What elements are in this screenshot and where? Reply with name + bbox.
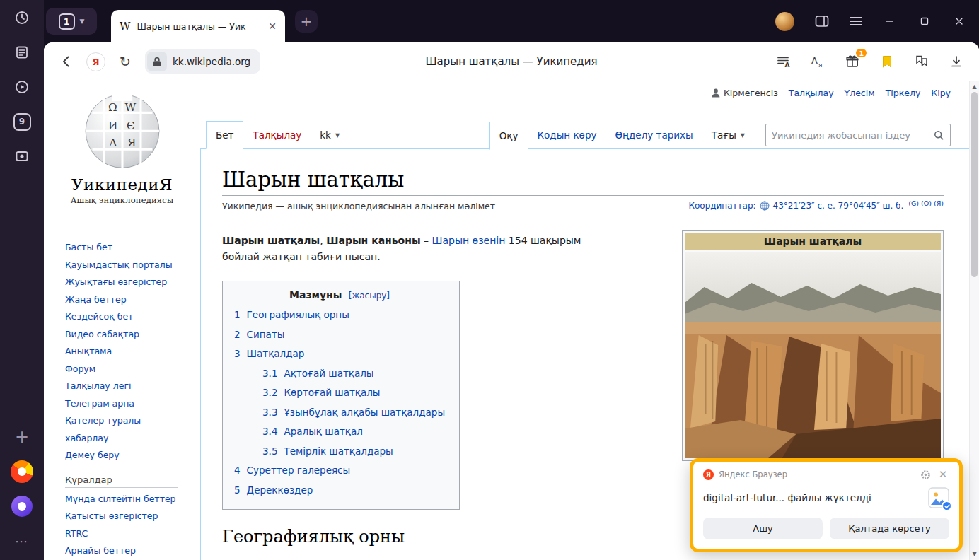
profile-avatar[interactable] — [775, 12, 794, 31]
rail-more-icon[interactable]: ⋯ — [10, 529, 34, 553]
downloaded-file-thumbnail[interactable] — [928, 487, 949, 508]
collections-icon[interactable] — [912, 52, 932, 71]
rewards-gift-icon[interactable]: 1 — [842, 52, 862, 71]
toc-number: 1 — [234, 305, 241, 325]
infobox-canyon-photo[interactable] — [685, 252, 941, 458]
tab-more[interactable]: Тағы▼ — [702, 121, 754, 149]
toc-item[interactable]: 4 Суреттер галереясы — [234, 461, 445, 481]
sidebar-link[interactable]: Кездейсоқ бет — [65, 308, 178, 326]
sidebar-tool-link[interactable]: Қатысты өзгерістер — [65, 508, 178, 525]
chevron-down-icon: ▼ — [80, 18, 85, 25]
window-maximize-button[interactable] — [917, 14, 932, 28]
coordinates-value[interactable]: 43°21′23″ с. е. 79°04′45″ ш. б. — [773, 201, 904, 211]
search-icon[interactable] — [934, 130, 944, 141]
personal-link[interactable]: Кіру — [931, 88, 951, 98]
toc-item[interactable]: 3.5 Темірлік шатқалдары — [234, 442, 445, 462]
toc-item[interactable]: 1 Географиялық орны — [234, 305, 445, 325]
scroll-up-arrow[interactable]: ▲ — [970, 83, 979, 90]
window-minimize-button[interactable] — [883, 14, 897, 28]
back-button[interactable] — [57, 52, 76, 71]
alice-assistant-icon[interactable] — [10, 494, 34, 518]
tab-group-selector[interactable]: 1 ▼ — [46, 8, 97, 35]
sidebar-link[interactable]: Телеграм арна — [65, 395, 178, 413]
scroll-down-arrow[interactable]: ▼ — [970, 551, 979, 557]
window-close-button[interactable] — [952, 14, 966, 28]
tab-strip-right — [775, 12, 966, 31]
bookmark-icon[interactable] — [877, 52, 897, 71]
translate-icon[interactable]: Aя — [808, 52, 828, 71]
history-clock-icon[interactable] — [10, 6, 34, 30]
toc-number: 2 — [234, 325, 241, 345]
toc-item[interactable]: 2 Сипаты — [234, 325, 445, 345]
downloads-icon[interactable] — [946, 52, 966, 71]
tab-read[interactable]: Оқу — [490, 122, 528, 150]
tab-talk[interactable]: Талқылау — [243, 121, 311, 149]
popup-settings-gear-icon[interactable] — [919, 468, 932, 481]
toc-number: 3 — [234, 344, 241, 364]
refresh-button[interactable]: ↻ — [115, 52, 135, 71]
intro-bold-term: Шарын шатқалы — [222, 235, 320, 246]
page-scrollbar[interactable]: ▲ ▼ — [969, 81, 979, 560]
screenshot-icon[interactable] — [10, 144, 34, 168]
yandex-browser-logo[interactable] — [10, 460, 34, 484]
sidebar-link[interactable]: Демеу беру — [65, 447, 178, 465]
popup-close-icon[interactable]: ✕ — [937, 468, 949, 481]
toc-item[interactable]: 3 Шатқалдар — [234, 344, 445, 364]
toc-item[interactable]: 3.1 Ақтоғай шатқалы — [234, 364, 445, 384]
reader-mode-icon[interactable]: A — [773, 52, 793, 71]
river-link[interactable]: Шарын өзенін — [431, 235, 505, 246]
new-tab-button[interactable]: + — [295, 10, 318, 33]
toc-link-label: Шатқалдар — [247, 344, 305, 364]
sidebar-link[interactable]: Қателер туралы хабарлау — [65, 412, 178, 447]
sidebar-link[interactable]: Анықтама — [65, 343, 178, 361]
open-file-button[interactable]: Ашу — [703, 518, 823, 539]
wikipedia-logo[interactable]: Ω W И Є А Я УикипедиЯ Ашық энциклопедияс… — [44, 81, 200, 205]
personal-link[interactable]: Талқылау — [789, 88, 834, 98]
personal-link[interactable]: Үлесім — [845, 88, 875, 98]
tabs-counter-badge[interactable]: 9 — [10, 110, 34, 134]
sidebar-tool-link[interactable]: Арнайы беттер — [65, 542, 178, 560]
svg-text:И: И — [108, 119, 117, 132]
notes-icon[interactable] — [10, 40, 34, 64]
sidebar-link[interactable]: Қауымдастық порталы — [65, 257, 178, 274]
toc-item[interactable]: 3.4 Аралық шатқал — [234, 422, 445, 442]
personal-link[interactable]: Тіркелу — [886, 88, 921, 98]
side-panel-toggle-icon[interactable] — [815, 15, 829, 28]
sidebar-link[interactable]: Жаңа беттер — [65, 291, 178, 309]
coordinates[interactable]: Координаттар: 43°21′23″ с. е. 79°04′45″ … — [688, 201, 944, 211]
coordinates-label[interactable]: Координаттар: — [688, 201, 755, 211]
rail-add-button[interactable]: + — [10, 425, 34, 449]
sidebar-link[interactable]: Видео сабақтар — [65, 326, 178, 344]
tagline-row: Уикипедия — ашық энциклопедиясынан алынғ… — [222, 201, 944, 211]
tab-close-icon[interactable]: ✕ — [268, 21, 277, 32]
toc-hide-toggle[interactable]: [жасыру] — [349, 291, 390, 301]
sidebar-tool-link[interactable]: Мұнда сілтейтін беттер — [65, 491, 178, 508]
site-security-icon[interactable] — [147, 52, 167, 71]
tab-more-label: Тағы — [712, 129, 736, 141]
tab-view-source[interactable]: Кодын көру — [528, 121, 606, 149]
yandex-search-button[interactable]: Я — [86, 52, 105, 71]
page-title-center: Шарын шатқалы — Уикипедия — [426, 55, 598, 68]
coordinates-refs[interactable]: (G) (O) (Я) — [908, 199, 944, 207]
download-message: digital-art-futur... файлы жүктелді — [703, 492, 921, 503]
toc-item[interactable]: 3.3 Ұзынбұлақ алқабы шатқалдары — [234, 403, 445, 423]
video-play-icon[interactable] — [10, 75, 34, 99]
chevron-down-icon: ▼ — [335, 132, 340, 139]
sidebar-link[interactable]: Форум — [65, 361, 178, 378]
scrollbar-thumb[interactable] — [971, 92, 978, 277]
sidebar-link[interactable]: Талқылау легі — [65, 378, 178, 395]
wikipedia-search-input[interactable] — [772, 130, 934, 141]
sidebar-link[interactable]: Басты бет — [65, 239, 178, 257]
address-bar[interactable]: kk.wikipedia.org — [145, 49, 260, 74]
toc-item[interactable]: 5 Дереккөздер — [234, 481, 445, 501]
tab-history[interactable]: Өңделу тарихы — [606, 121, 702, 149]
sidebar-link[interactable]: Жуықтағы өзгерістер — [65, 274, 178, 291]
wikipedia-search-box[interactable] — [765, 124, 951, 146]
tab-language-variant[interactable]: kk▼ — [311, 121, 349, 149]
show-in-folder-button[interactable]: Қалтада көрсету — [830, 518, 949, 539]
toc-item[interactable]: 3.2 Көртоғай шатқалы — [234, 383, 445, 403]
tab-page[interactable]: Бет — [206, 121, 243, 149]
browser-menu-icon[interactable] — [850, 16, 862, 26]
browser-tab-active[interactable]: W Шарын шатқалы — Уик ✕ — [111, 10, 285, 42]
sidebar-tool-link[interactable]: RTRC — [65, 525, 178, 543]
